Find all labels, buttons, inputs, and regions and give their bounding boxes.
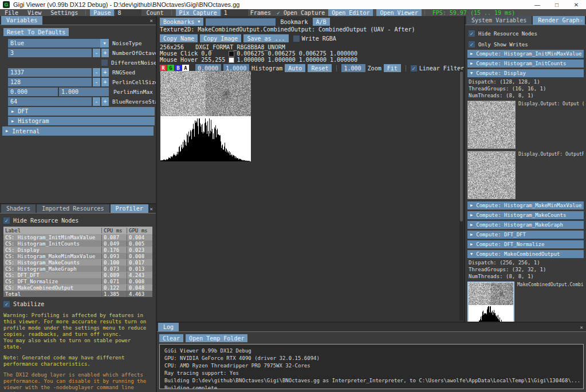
menu-item-view[interactable]: View bbox=[23, 9, 46, 16]
reset-to-defaults-button[interactable]: Reset To Defaults bbox=[3, 28, 69, 36]
ab-compare-button[interactable]: A/B bbox=[313, 18, 330, 26]
chevron-right-icon: ▶ bbox=[11, 109, 14, 114]
compute-node-header[interactable]: ▶Compute: Histogram_MakeMinMaxValue bbox=[467, 201, 584, 209]
value-input[interactable]: 3 bbox=[8, 49, 92, 57]
compute-node-header[interactable]: ▶Compute: DFT_DFT bbox=[467, 231, 584, 239]
value-input[interactable]: 128 bbox=[8, 78, 92, 86]
pause-button[interactable]: Pause bbox=[90, 9, 114, 16]
open-editor-button[interactable]: Open Editor bbox=[328, 9, 373, 16]
separator bbox=[424, 10, 425, 15]
tab-variables[interactable]: Variables bbox=[1, 16, 42, 25]
menu-item-settings[interactable]: Settings bbox=[46, 9, 82, 16]
decrement-button[interactable]: - bbox=[93, 68, 100, 77]
compute-node-header[interactable]: ▶Compute: Histogram_MakeCounts bbox=[467, 211, 584, 219]
window-title: Gigi Viewer (v0.99b DX12 Debug) - D:\dev… bbox=[13, 1, 239, 8]
menu-item-file[interactable]: File bbox=[0, 9, 23, 16]
gpu-ms-value: 0.023 bbox=[127, 247, 152, 253]
pix-capture-button[interactable]: Pix Capture bbox=[176, 9, 221, 16]
open-viewer-button[interactable]: Open Viewer bbox=[376, 9, 421, 16]
texture-thumbnail[interactable] bbox=[467, 151, 516, 199]
bookmarks-dropdown[interactable]: Bookmarks ▼ bbox=[160, 18, 203, 26]
increment-button[interactable]: + bbox=[101, 49, 109, 57]
compute-node-label: Compute: DFT_DFT bbox=[476, 232, 526, 237]
copy-image-button[interactable]: Copy Image bbox=[200, 34, 241, 42]
write-rgba-checkbox[interactable] bbox=[293, 35, 300, 42]
dx12-debug-layer-text: The DX12 debug layer is enabled which af… bbox=[3, 372, 152, 392]
linear-filter-checkbox[interactable]: ✓ bbox=[411, 65, 417, 72]
maximize-icon[interactable]: □ bbox=[547, 0, 567, 9]
open-capture-label[interactable]: Open Capture bbox=[281, 10, 327, 16]
zoom-input[interactable]: 1.000 bbox=[341, 64, 365, 72]
close-icon[interactable]: ✕ bbox=[580, 18, 583, 23]
chevron-right-icon: ▶ bbox=[11, 119, 14, 124]
value-input[interactable]: 1.000 bbox=[59, 88, 109, 96]
compute-node-header[interactable]: ▶Compute: Histogram_MakeGraph bbox=[467, 221, 584, 229]
compute-node-header[interactable]: ▶Compute: DFT_Normalize bbox=[467, 240, 584, 248]
minimize-icon[interactable]: — bbox=[528, 0, 547, 9]
close-icon[interactable]: ✕ bbox=[580, 324, 583, 330]
scrollbar-thumb[interactable] bbox=[460, 72, 463, 221]
gpu-ms-value: 4.243 bbox=[127, 272, 152, 278]
count-button[interactable]: Count bbox=[141, 9, 168, 16]
tab-shaders[interactable]: Shaders bbox=[1, 204, 36, 213]
copy-name-button[interactable]: Copy Name bbox=[160, 34, 198, 42]
texture-preview[interactable] bbox=[160, 71, 251, 161]
value-input[interactable]: 0.000 bbox=[8, 88, 58, 96]
close-icon[interactable]: ✕ bbox=[150, 206, 153, 212]
compute-node-header[interactable]: ▶Compute: Histogram_InitMinMaxValue bbox=[467, 50, 584, 58]
frames-label: Frames bbox=[248, 10, 273, 16]
chevron-down-icon: ▼ bbox=[470, 252, 473, 256]
pause-count-input[interactable]: 8 bbox=[115, 9, 141, 16]
tab-system-variables[interactable]: System Variables bbox=[466, 16, 532, 25]
log-content[interactable]: GiGi Viewer 0.99b DX12 Debug GPU: NVIDIA… bbox=[159, 344, 584, 389]
compute-node-header[interactable]: ▼Compute: MakeCombinedOutput bbox=[467, 250, 584, 258]
stabilize-checkbox[interactable]: ✓ bbox=[3, 301, 10, 307]
decrement-button[interactable]: - bbox=[93, 78, 100, 86]
decrement-button[interactable]: - bbox=[93, 49, 100, 57]
bookmark-button[interactable]: Bookmark bbox=[278, 19, 310, 25]
texture-thumbnail[interactable] bbox=[467, 282, 514, 322]
open-capture-checkmark-icon[interactable]: ✓ bbox=[277, 10, 280, 16]
noise-type-combo[interactable]: Blue▼ bbox=[8, 39, 109, 47]
close-icon[interactable]: ✕ bbox=[567, 0, 586, 9]
compute-node-header[interactable]: ▶Compute: Histogram_InitCounts bbox=[467, 60, 584, 68]
bookmark-name-input[interactable] bbox=[206, 18, 276, 26]
fit-button[interactable]: Fit bbox=[384, 64, 401, 72]
clear-button[interactable]: Clear bbox=[159, 334, 183, 342]
chevron-down-icon: ▼ bbox=[470, 71, 473, 76]
mouse-click-values: 0.006275 0.006275 0.006275 1.000000 bbox=[237, 50, 357, 57]
app-icon: G bbox=[3, 1, 10, 8]
section-label: Internal bbox=[12, 128, 40, 134]
cpu-ms-value: 1.385 bbox=[102, 291, 127, 297]
tab-imported-resources[interactable]: Imported Resources bbox=[37, 204, 109, 213]
pix-frames-input[interactable]: 1 bbox=[222, 9, 248, 16]
shader-label: CS: MakeCombinedOutput bbox=[3, 285, 102, 291]
auto-button[interactable]: Auto bbox=[285, 64, 305, 72]
only-show-writes-checkbox[interactable]: ✓ bbox=[469, 41, 475, 47]
tab-render-graph[interactable]: Render Graph bbox=[533, 16, 584, 25]
hide-resource-nodes-checkbox[interactable]: ✓ bbox=[469, 30, 475, 37]
increment-button[interactable]: + bbox=[101, 97, 109, 106]
section-header-dft[interactable]: ▶DFT bbox=[8, 107, 155, 116]
section-header-histogram[interactable]: ▶Histogram bbox=[8, 117, 155, 125]
value-input[interactable]: 64 bbox=[8, 97, 92, 106]
hide-resource-nodes-checkbox[interactable]: ✓ bbox=[3, 217, 10, 224]
value-input[interactable]: 1337 bbox=[8, 68, 92, 77]
hide-resource-nodes-label: Hide Resource Nodes bbox=[13, 217, 78, 224]
checkbox[interactable] bbox=[101, 60, 108, 66]
reset-button[interactable]: Reset bbox=[308, 64, 332, 72]
texture-thumbnail[interactable] bbox=[467, 101, 516, 149]
increment-button[interactable]: + bbox=[101, 68, 109, 77]
tab-log[interactable]: Log bbox=[158, 323, 179, 331]
tab-profiler[interactable]: Profiler bbox=[111, 204, 148, 213]
open-temp-folder-button[interactable]: Open Temp Folder bbox=[186, 334, 247, 342]
save-as-button[interactable]: Save as ... bbox=[243, 34, 288, 42]
section-header-internal[interactable]: ▶Internal bbox=[2, 126, 154, 136]
increment-button[interactable]: + bbox=[101, 78, 109, 86]
viewer-scrollbar[interactable] bbox=[459, 70, 463, 320]
chevron-down-icon[interactable]: ▼ bbox=[100, 39, 109, 47]
decrement-button[interactable]: - bbox=[93, 97, 100, 106]
compute-node-header[interactable]: ▼Compute: Display bbox=[467, 69, 584, 77]
chevron-right-icon: ▶ bbox=[470, 213, 473, 217]
close-icon[interactable]: ✕ bbox=[150, 18, 153, 23]
